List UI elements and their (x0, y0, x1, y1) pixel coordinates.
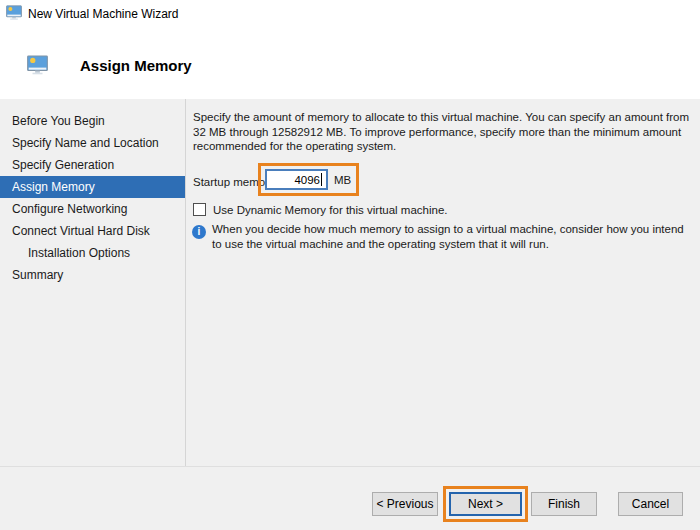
sidebar-item-assign-memory[interactable]: Assign Memory (0, 176, 185, 198)
wizard-content: Before You Begin Specify Name and Locati… (0, 99, 700, 466)
virtual-machine-monitor-icon (6, 5, 22, 21)
sidebar-item-configure-networking[interactable]: Configure Networking (0, 198, 185, 220)
memory-instructions-text: Specify the amount of memory to allocate… (193, 110, 693, 154)
assign-memory-panel: Specify the amount of memory to allocate… (186, 99, 700, 466)
wizard-header: Assign Memory (0, 28, 700, 99)
info-note-text: When you decide how much memory to assig… (212, 222, 690, 251)
startup-memory-unit-label: MB (334, 174, 351, 186)
window-title: New Virtual Machine Wizard (28, 7, 179, 21)
annotation-highlight-next-button: Next > (443, 486, 528, 522)
sidebar-item-connect-virtual-hard-disk[interactable]: Connect Virtual Hard Disk (0, 220, 185, 242)
annotation-highlight-memory-input: 4096 MB (258, 163, 359, 196)
info-note-row: i When you decide how much memory to ass… (191, 222, 691, 251)
sidebar-item-before-you-begin[interactable]: Before You Begin (0, 110, 185, 132)
sidebar-item-specify-name-and-location[interactable]: Specify Name and Location (0, 132, 185, 154)
cancel-button[interactable]: Cancel (618, 492, 683, 516)
sidebar-item-summary[interactable]: Summary (0, 264, 185, 286)
dynamic-memory-label: Use Dynamic Memory for this virtual mach… (213, 204, 448, 216)
finish-button[interactable]: Finish (531, 492, 597, 516)
previous-button[interactable]: < Previous (372, 492, 438, 516)
window-titlebar: New Virtual Machine Wizard (0, 0, 700, 28)
info-icon: i (192, 225, 206, 239)
page-title: Assign Memory (80, 57, 192, 74)
startup-memory-input[interactable]: 4096 (265, 169, 328, 190)
text-caret (321, 173, 322, 186)
startup-memory-value: 4096 (294, 174, 320, 186)
wizard-steps-sidebar: Before You Begin Specify Name and Locati… (0, 99, 186, 466)
sidebar-item-specify-generation[interactable]: Specify Generation (0, 154, 185, 176)
sidebar-item-installation-options[interactable]: Installation Options (0, 242, 185, 264)
dynamic-memory-checkbox[interactable] (193, 203, 206, 216)
dynamic-memory-row: Use Dynamic Memory for this virtual mach… (193, 203, 448, 216)
virtual-machine-monitor-icon (27, 55, 48, 76)
next-button[interactable]: Next > (449, 492, 522, 516)
wizard-footer: < Previous Next > Finish Cancel (0, 466, 700, 530)
